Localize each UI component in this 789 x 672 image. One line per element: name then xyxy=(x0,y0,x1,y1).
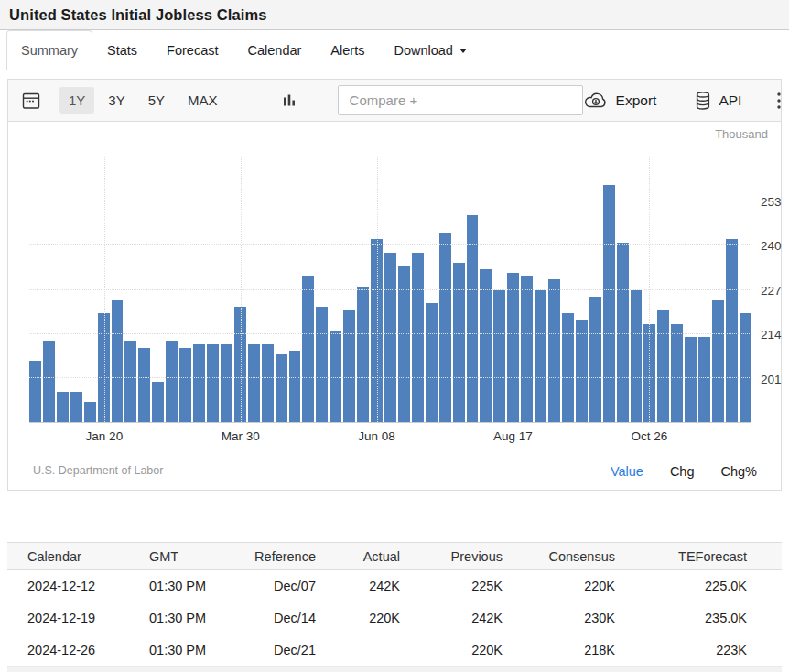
cell-teforecast: 223K xyxy=(615,634,782,667)
bar[interactable] xyxy=(221,344,232,422)
compare-input[interactable] xyxy=(338,85,583,115)
bar[interactable] xyxy=(70,392,82,422)
chart-plot xyxy=(29,157,751,423)
tab-calendar[interactable]: Calendar xyxy=(233,30,317,70)
bar[interactable] xyxy=(112,300,124,422)
column-header-calendar: Calendar xyxy=(7,543,142,570)
bar[interactable] xyxy=(248,344,260,422)
api-label: API xyxy=(719,92,741,109)
cell-actual xyxy=(316,634,400,667)
column-header-consensus: Consensus xyxy=(503,543,615,570)
bar[interactable] xyxy=(603,185,615,422)
range-button-max[interactable]: MAX xyxy=(178,87,227,114)
cell-calendar: 2024-12-26 xyxy=(7,634,142,667)
gridline-x xyxy=(377,157,378,422)
bar[interactable] xyxy=(712,300,724,422)
bar[interactable] xyxy=(657,310,669,422)
title-bar: United States Initial Jobless Claims xyxy=(0,0,789,30)
x-axis: Jan 20Mar 30Jun 08Aug 17Oct 26 xyxy=(29,427,751,443)
x-axis-tick-label: Oct 26 xyxy=(631,429,667,443)
bar[interactable] xyxy=(548,279,560,422)
bar[interactable] xyxy=(343,310,355,422)
calendar-icon xyxy=(21,91,41,111)
kebab-menu-icon xyxy=(776,92,782,110)
tab-alerts[interactable]: Alerts xyxy=(316,30,379,70)
y-axis-tick-label: 240 xyxy=(761,239,782,253)
bar[interactable] xyxy=(698,337,710,422)
range-button-5y[interactable]: 5Y xyxy=(139,87,174,114)
database-icon xyxy=(695,91,711,111)
bar[interactable] xyxy=(276,354,287,422)
bar[interactable] xyxy=(685,337,697,422)
y-axis-tick-label: 227 xyxy=(761,283,782,297)
bar[interactable] xyxy=(426,303,438,422)
y-axis: 201214227240253 xyxy=(757,157,788,423)
x-axis-tick-label: Mar 30 xyxy=(222,429,260,443)
column-header-actual: Actual xyxy=(316,543,400,570)
bar[interactable] xyxy=(384,253,396,422)
tab-stats[interactable]: Stats xyxy=(92,30,152,70)
bar[interactable] xyxy=(57,392,69,422)
cloud-download-icon xyxy=(583,92,609,110)
legend-toggle-chgpct[interactable]: Chg% xyxy=(721,464,758,479)
bar[interactable] xyxy=(124,341,136,422)
legend-toggle-chg[interactable]: Chg xyxy=(670,464,695,479)
bar[interactable] xyxy=(467,215,479,422)
bar[interactable] xyxy=(562,313,574,422)
gridline-y xyxy=(29,289,751,290)
bar[interactable] xyxy=(576,320,588,422)
bar[interactable] xyxy=(193,344,205,422)
range-button-1y[interactable]: 1Y xyxy=(59,87,94,114)
bar[interactable] xyxy=(671,324,683,422)
cell-consensus: 220K xyxy=(503,570,615,602)
bar[interactable] xyxy=(289,351,301,422)
bar[interactable] xyxy=(29,361,41,422)
bar[interactable] xyxy=(207,344,219,422)
tab-summary[interactable]: Summary xyxy=(6,30,92,70)
gridline-x xyxy=(649,157,650,422)
cell-reference: Dec/14 xyxy=(229,602,316,634)
bar[interactable] xyxy=(439,233,451,422)
bar[interactable] xyxy=(84,402,96,422)
range-selector: 1Y3Y5YMAX xyxy=(59,87,232,114)
chart-type-button[interactable] xyxy=(279,90,299,112)
tab-download[interactable]: Download xyxy=(379,30,481,70)
bar[interactable] xyxy=(726,239,738,422)
bar[interactable] xyxy=(589,297,601,422)
series-mode-switch: ValueChgChg% xyxy=(611,464,757,479)
bar[interactable] xyxy=(262,344,274,422)
bar[interactable] xyxy=(316,307,328,422)
export-button[interactable]: Export xyxy=(583,92,657,110)
tab-forecast[interactable]: Forecast xyxy=(152,30,232,70)
gridline-x xyxy=(104,157,105,422)
bar[interactable] xyxy=(412,253,424,422)
bar[interactable] xyxy=(166,341,178,422)
bar[interactable] xyxy=(357,287,369,422)
chart-area: Thousand 201214227240253 Jan 20Mar 30Jun… xyxy=(8,122,781,490)
cell-previous: 225K xyxy=(400,570,503,602)
bar[interactable] xyxy=(740,313,751,422)
bar[interactable] xyxy=(631,290,643,423)
more-options-button[interactable] xyxy=(774,90,784,112)
bar[interactable] xyxy=(179,348,191,423)
x-axis-tick-label: Jun 08 xyxy=(358,429,395,443)
legend-toggle-value[interactable]: Value xyxy=(611,464,643,479)
table-row: 2024-12-1901:30 PMDec/14220K242K230K235.… xyxy=(7,602,782,634)
bar[interactable] xyxy=(138,348,150,423)
bar[interactable] xyxy=(43,341,55,422)
bar[interactable] xyxy=(480,269,492,422)
bar[interactable] xyxy=(152,382,164,422)
bar[interactable] xyxy=(302,276,314,422)
bar[interactable] xyxy=(493,290,505,423)
bar[interactable] xyxy=(521,276,533,422)
table-header-row: CalendarGMTReferenceActualPreviousConsen… xyxy=(7,543,782,570)
range-button-3y[interactable]: 3Y xyxy=(99,87,134,114)
bar[interactable] xyxy=(535,290,546,423)
bar[interactable] xyxy=(453,263,465,422)
api-button[interactable]: API xyxy=(695,91,741,111)
date-range-calendar-button[interactable] xyxy=(19,89,43,113)
gridline-y xyxy=(29,333,751,334)
export-label: Export xyxy=(616,92,657,109)
source-attribution: U.S. Department of Labor xyxy=(33,464,163,477)
column-chart-icon xyxy=(281,92,297,110)
